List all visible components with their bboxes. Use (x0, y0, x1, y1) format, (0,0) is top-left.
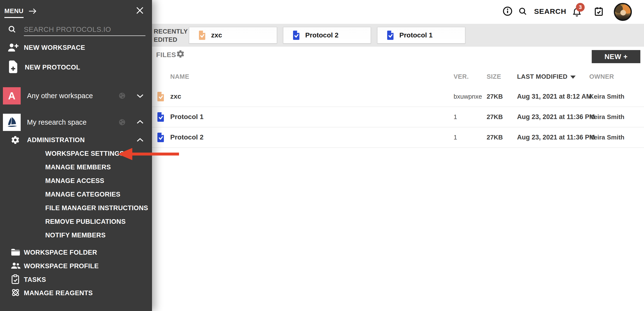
chevron-up-icon[interactable] (136, 120, 144, 124)
manage-members-label: MANAGE MEMBERS (45, 164, 111, 171)
file-owner: Keira Smith (589, 107, 624, 127)
sidebar-item-file-manager-instructions[interactable]: FILE MANAGER INSTRUCTIONS (0, 201, 152, 215)
sidebar-item-manage-access[interactable]: MANAGE ACCESS (0, 174, 152, 188)
remove-publications-label: REMOVE PUBLICATIONS (45, 218, 126, 226)
file-doc-icon (198, 31, 206, 40)
search-icon[interactable] (518, 7, 527, 16)
sidebar-search-input[interactable] (24, 23, 146, 36)
column-header-size[interactable]: SIZE (487, 73, 501, 80)
file-manager-instructions-label: FILE MANAGER INSTRUCTIONS (45, 204, 148, 212)
recent-card-protocol-2[interactable]: Protocol 2 (283, 27, 371, 43)
recent-card-protocol-1[interactable]: Protocol 1 (377, 27, 465, 43)
file-version: 1 (454, 107, 457, 127)
row-divider (152, 107, 644, 107)
files-title: FILES (156, 51, 176, 59)
files-settings-gear-icon[interactable] (176, 49, 185, 58)
file-last-modified: Aug 31, 2021 at 8:12 AM (517, 86, 592, 107)
new-button[interactable]: NEW + (592, 50, 640, 63)
workspace-profile-label: WORKSPACE PROFILE (24, 262, 99, 270)
file-version: bxuwpnxe (454, 86, 482, 107)
sidebar-item-administration[interactable]: ADMINISTRATION (0, 133, 152, 147)
calendar-check-icon[interactable] (594, 6, 604, 17)
recent-card-title: Protocol 1 (399, 31, 433, 39)
menu-sidebar: MENU (0, 0, 152, 311)
expand-arrow-icon[interactable] (28, 8, 37, 15)
workspace-avatar: A (3, 87, 21, 104)
workspace-folder-label: WORKSPACE FOLDER (24, 249, 97, 256)
row-divider (152, 127, 644, 127)
new-workspace-label: NEW WORKSPACE (24, 44, 85, 51)
sidebar-item-workspace-profile[interactable]: WORKSPACE PROFILE (0, 259, 152, 273)
sort-descending-icon (570, 75, 576, 79)
file-doc-icon (157, 92, 164, 101)
file-owner: Keira Smith (589, 127, 624, 147)
file-size: 27KB (487, 107, 503, 127)
administration-label: ADMINISTRATION (27, 136, 85, 144)
sidebar-item-notify-members[interactable]: NOTIFY MEMBERS (0, 228, 152, 242)
close-icon[interactable] (136, 6, 144, 15)
sidebar-search-icon (8, 25, 16, 34)
file-owner: Keira Smith (589, 86, 624, 107)
file-size: 27KB (487, 86, 503, 107)
manage-categories-label: MANAGE CATEGORIES (45, 191, 120, 198)
column-header-name[interactable]: NAME (170, 73, 189, 80)
atom-icon (11, 288, 21, 298)
tasks-label: TASKS (24, 276, 46, 284)
file-version: 1 (454, 127, 457, 147)
folder-icon (11, 248, 21, 257)
sidebar-item-manage-members[interactable]: MANAGE MEMBERS (0, 160, 152, 174)
file-last-modified: Aug 23, 2021 at 11:36 PM (517, 127, 595, 147)
document-add-icon (8, 60, 19, 74)
workspace-avatar-sailboat (3, 114, 21, 131)
workspace-name: My research space (27, 118, 86, 126)
workspace-item-my-research-space[interactable]: My research space (0, 114, 152, 131)
file-name[interactable]: Protocol 2 (170, 127, 204, 147)
chevron-down-icon[interactable] (136, 93, 144, 98)
sidebar-item-tasks[interactable]: TASKS (0, 273, 152, 287)
file-size: 27KB (487, 127, 503, 147)
menu-header-row: MENU (0, 6, 152, 19)
people-icon (11, 262, 21, 270)
header-search-label[interactable]: SEARCH (534, 7, 566, 15)
protocol-doc-icon (387, 31, 394, 40)
protocol-doc-icon (292, 31, 300, 40)
file-name[interactable]: Protocol 1 (170, 107, 204, 127)
column-header-owner[interactable]: OWNER (589, 73, 614, 80)
new-protocol-label: NEW PROTOCOL (25, 64, 80, 71)
column-header-version[interactable]: VER. (454, 73, 469, 80)
notification-count-badge: 3 (576, 3, 585, 12)
workspace-name: Any other workspace (27, 92, 93, 100)
file-last-modified: Aug 23, 2021 at 11:36 PM (517, 107, 595, 127)
notify-members-label: NOTIFY MEMBERS (45, 232, 106, 239)
sidebar-item-workspace-folder[interactable]: WORKSPACE FOLDER (0, 246, 152, 259)
protocol-doc-icon (157, 112, 164, 122)
workspace-settings-label: WORKSPACE SETTINGS (45, 150, 124, 157)
recent-card-title: Protocol 2 (305, 31, 338, 39)
sidebar-item-manage-categories[interactable]: MANAGE CATEGORIES (0, 188, 152, 201)
recent-card-title: zxc (211, 31, 222, 39)
manage-reagents-label: MANAGE REAGENTS (24, 289, 93, 297)
sidebar-item-workspace-settings[interactable]: WORKSPACE SETTINGS (0, 147, 152, 160)
person-add-icon (7, 42, 19, 53)
manage-access-label: MANAGE ACCESS (45, 177, 104, 185)
info-icon[interactable] (502, 6, 513, 16)
recent-card-zxc[interactable]: zxc (189, 27, 277, 43)
globe-icon (118, 119, 126, 126)
workspace-item-any-other[interactable]: A Any other workspace (0, 87, 152, 104)
protocols-io-app: SEARCH 3 RECENTLY EDITED (0, 0, 644, 311)
sidebar-item-remove-publications[interactable]: REMOVE PUBLICATIONS (0, 215, 152, 228)
file-name[interactable]: zxc (170, 86, 181, 107)
recently-edited-label: RECENTLY EDITED (154, 27, 188, 44)
sidebar-item-manage-reagents[interactable]: MANAGE REAGENTS (0, 286, 152, 300)
menu-tab[interactable]: MENU (4, 7, 24, 18)
gear-icon (11, 135, 20, 145)
column-header-last-modified[interactable]: LAST MODIFIED (517, 73, 576, 80)
globe-icon (118, 92, 126, 99)
clipboard-check-icon (11, 274, 21, 285)
user-avatar[interactable] (614, 3, 632, 21)
row-divider (152, 147, 644, 148)
new-protocol-item[interactable]: NEW PROTOCOL (0, 60, 152, 75)
protocol-doc-icon (157, 133, 164, 142)
chevron-up-icon[interactable] (136, 138, 144, 142)
new-workspace-item[interactable]: NEW WORKSPACE (0, 41, 152, 54)
